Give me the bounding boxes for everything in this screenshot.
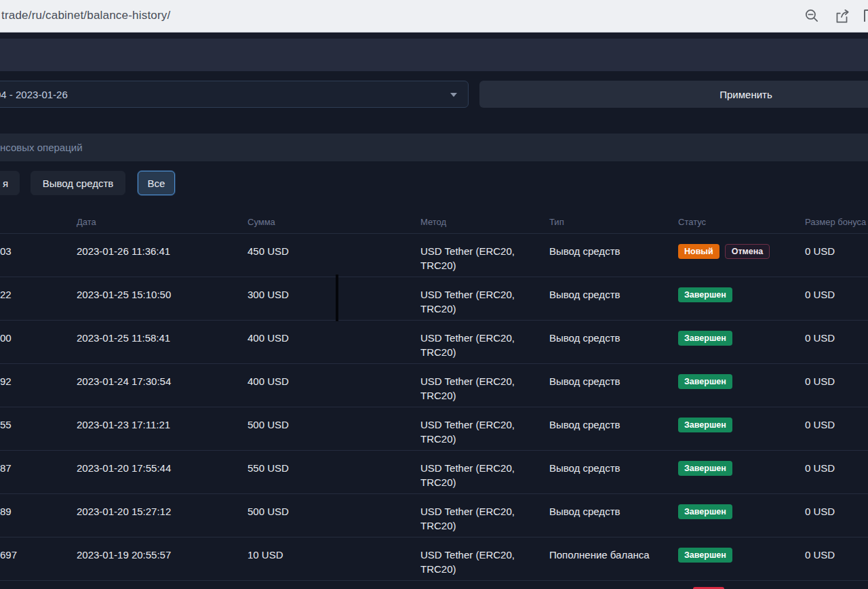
header-method: Метод bbox=[420, 217, 549, 227]
cell-id: 89 bbox=[0, 494, 77, 519]
cell-bonus: 0 USD bbox=[805, 321, 868, 345]
cell-status: Завершен bbox=[678, 364, 805, 389]
status-badge-done: Завершен bbox=[678, 287, 732, 302]
cell-date: 2023-01-26 11:36:41 bbox=[77, 234, 248, 258]
cell-bonus: 0 USD bbox=[805, 364, 868, 388]
header-amount: Сумма bbox=[248, 217, 420, 227]
table-row: 697 2023-01-19 20:55:57 10 USD USD Tethe… bbox=[0, 537, 868, 581]
cell-amount: 400 USD bbox=[248, 321, 420, 345]
cell-amount: 500 USD bbox=[248, 407, 420, 432]
status-badge-cancel: Отмена bbox=[725, 244, 770, 259]
section-title: нсовых операций bbox=[0, 142, 83, 153]
cell-date: 2023-01-19 20:55:57 bbox=[77, 537, 248, 562]
table-row: 03 2023-01-26 11:36:41 450 USD USD Tethe… bbox=[0, 234, 868, 277]
table-row: 22 2023-01-25 15:10:50 300 USD USD Tethe… bbox=[0, 277, 868, 321]
filter-all-button[interactable]: Все bbox=[138, 171, 175, 195]
cell-amount: 400 USD bbox=[248, 364, 420, 388]
transactions-table: Дата Сумма Метод Тип Статус Размер бонус… bbox=[0, 210, 868, 581]
zoom-out-icon[interactable] bbox=[804, 7, 821, 27]
cell-type: Пополнение баланса bbox=[549, 537, 678, 562]
cell-date: 2023-01-20 17:55:44 bbox=[77, 451, 248, 475]
cell-status: Завершен bbox=[678, 537, 805, 563]
status-badge-done: Завершен bbox=[678, 548, 732, 563]
cell-method: USD Tether (ERC20, TRC20) bbox=[420, 451, 549, 489]
cell-type: Вывод средств bbox=[549, 407, 678, 432]
cell-bonus: 0 USD bbox=[805, 407, 868, 432]
cell-amount: 450 USD bbox=[248, 234, 420, 258]
cell-status: Завершен bbox=[678, 494, 805, 519]
cell-status: Завершен bbox=[678, 277, 805, 302]
share-icon[interactable] bbox=[833, 7, 851, 28]
filter-deposits-button[interactable]: я bbox=[0, 171, 20, 195]
cell-amount: 500 USD bbox=[248, 494, 420, 519]
cell-bonus: 0 USD bbox=[805, 537, 868, 562]
cell-bonus: 0 USD bbox=[805, 451, 868, 475]
cell-type: Вывод средств bbox=[549, 364, 678, 388]
cell-bonus: 0 USD bbox=[805, 277, 868, 302]
status-badge-done: Завершен bbox=[678, 461, 732, 476]
header-type: Тип bbox=[549, 217, 678, 227]
cell-method: USD Tether (ERC20, TRC20) bbox=[420, 234, 549, 272]
browser-address-bar[interactable]: trade/ru/cabinet/balance-history/ bbox=[0, 0, 868, 33]
cell-type: Вывод средств bbox=[549, 234, 678, 258]
cell-type: Вывод средств bbox=[549, 451, 678, 475]
cell-id: 03 bbox=[0, 234, 77, 258]
status-badge-done: Завершен bbox=[678, 418, 732, 432]
partial-browser-icon[interactable] bbox=[864, 9, 868, 22]
cell-bonus: 0 USD bbox=[805, 494, 868, 519]
chevron-down-icon bbox=[450, 93, 457, 97]
section-header: нсовых операций bbox=[0, 134, 868, 161]
cell-bonus: 0 USD bbox=[805, 234, 868, 258]
screen: trade/ru/cabinet/balance-history/ 04 - 2… bbox=[0, 0, 868, 589]
cell-amount: 10 USD bbox=[248, 537, 420, 562]
cell-method: USD Tether (ERC20, TRC20) bbox=[420, 494, 549, 533]
table-row: 89 2023-01-20 15:27:12 500 USD USD Tethe… bbox=[0, 494, 868, 537]
cell-id: 92 bbox=[0, 364, 77, 388]
cell-id: 55 bbox=[0, 407, 77, 432]
date-range-select[interactable]: 04 - 2023-01-26 bbox=[0, 81, 469, 108]
header-status: Статус bbox=[678, 217, 805, 227]
cell-id: 22 bbox=[0, 277, 77, 302]
cell-method: USD Tether (ERC20, TRC20) bbox=[420, 277, 549, 316]
table-row: 92 2023-01-24 17:30:54 400 USD USD Tethe… bbox=[0, 364, 868, 407]
cell-method: USD Tether (ERC20, TRC20) bbox=[420, 407, 549, 446]
cell-amount: 300 USD bbox=[248, 277, 420, 302]
cell-date: 2023-01-23 17:11:21 bbox=[77, 407, 248, 432]
table-header-row: Дата Сумма Метод Тип Статус Размер бонус… bbox=[0, 210, 868, 234]
cell-type: Вывод средств bbox=[549, 321, 678, 345]
cell-id: 00 bbox=[0, 321, 77, 345]
date-range-value: 04 - 2023-01-26 bbox=[0, 89, 68, 100]
cell-method: USD Tether (ERC20, TRC20) bbox=[420, 537, 549, 576]
cell-amount: 550 USD bbox=[248, 451, 420, 475]
cell-date: 2023-01-24 17:30:54 bbox=[77, 364, 248, 388]
table-row: 87 2023-01-20 17:55:44 550 USD USD Tethe… bbox=[0, 451, 868, 494]
cell-method: USD Tether (ERC20, TRC20) bbox=[420, 321, 549, 359]
cell-status: Завершен bbox=[678, 407, 805, 432]
screenshot-artifact-line bbox=[336, 275, 338, 321]
cell-id: 697 bbox=[0, 537, 77, 562]
cell-method: USD Tether (ERC20, TRC20) bbox=[420, 364, 549, 403]
header-date: Дата bbox=[77, 217, 248, 227]
status-badge-done: Завершен bbox=[678, 374, 732, 389]
cell-status: Новый Отмена bbox=[678, 234, 805, 259]
url-text: trade/ru/cabinet/balance-history/ bbox=[1, 9, 170, 22]
status-badge-new: Новый bbox=[678, 244, 719, 259]
cell-status: Завершен bbox=[678, 321, 805, 346]
cell-status: Завершен bbox=[678, 451, 805, 476]
cell-date: 2023-01-25 15:10:50 bbox=[77, 277, 248, 302]
header-bonus: Размер бонуса bbox=[805, 217, 868, 227]
cell-type: Вывод средств bbox=[549, 494, 678, 519]
filter-withdrawals-button[interactable]: Вывод средств bbox=[31, 171, 125, 195]
table-row: 55 2023-01-23 17:11:21 500 USD USD Tethe… bbox=[0, 407, 868, 451]
page-top-strip bbox=[0, 33, 868, 39]
site-nav-band bbox=[0, 39, 868, 71]
cell-date: 2023-01-20 15:27:12 bbox=[77, 494, 248, 519]
cell-type: Вывод средств bbox=[549, 277, 678, 302]
cell-date: 2023-01-25 11:58:41 bbox=[77, 321, 248, 345]
status-badge-done: Завершен bbox=[678, 504, 732, 519]
apply-button[interactable]: Применить bbox=[479, 81, 868, 108]
cell-id: 87 bbox=[0, 451, 77, 475]
status-badge-done: Завершен bbox=[678, 331, 732, 346]
table-row: 00 2023-01-25 11:58:41 400 USD USD Tethe… bbox=[0, 321, 868, 364]
